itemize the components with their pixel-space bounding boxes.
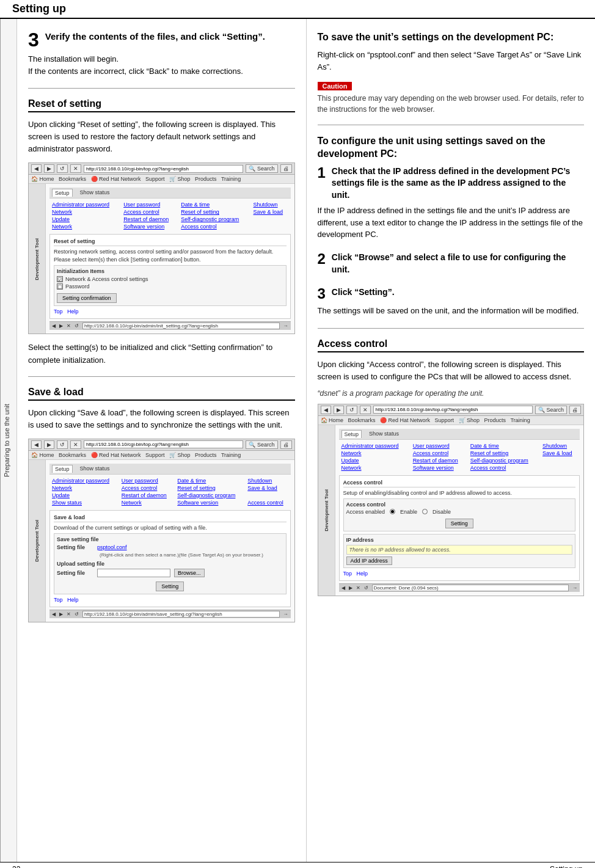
table-row: Update Restart of daemon Self-diagnostic… bbox=[49, 216, 291, 223]
save-back-btn[interactable]: ◀ bbox=[31, 440, 42, 449]
table-row: Show status Network Software version Acc… bbox=[49, 499, 291, 506]
menu-show-status[interactable]: Show status bbox=[78, 189, 112, 197]
access-browser-menu: Setup Show status bbox=[339, 429, 580, 440]
reset-status-bar: ◀▶✕↺ http://192.168.0.10/cgi-bin/admin/i… bbox=[49, 321, 291, 330]
reset-browser-screenshot: ◀ ▶ ↺ ✕ 🔍 Search 🖨 🏠 Home Bookmarks 🔴 Re… bbox=[28, 162, 295, 334]
save-setting-btn[interactable]: Setting bbox=[156, 582, 184, 591]
browser-reload-btn[interactable]: ↺ bbox=[57, 164, 68, 173]
access-reload-btn[interactable]: ↺ bbox=[346, 406, 357, 414]
help-link[interactable]: Help bbox=[67, 308, 79, 315]
access-dev-tool-label: Development Tool bbox=[324, 489, 329, 531]
step3-number: 3 bbox=[28, 30, 39, 49]
access-menu-setup[interactable]: Setup bbox=[341, 430, 362, 438]
table-row: Network Access control Reset of setting … bbox=[49, 484, 291, 492]
caution-note: This procedure may vary depending on the… bbox=[318, 93, 585, 115]
reset-content-box: Reset of setting Restoring network setti… bbox=[49, 234, 291, 319]
step3-body2-text: If the contents are incorrect, click “Ba… bbox=[28, 67, 243, 76]
access-stop-btn[interactable]: ✕ bbox=[360, 406, 371, 414]
save-setting-file-label: Setting file bbox=[57, 544, 93, 550]
browser-forward-btn[interactable]: ▶ bbox=[44, 164, 54, 173]
access-help-link[interactable]: Help bbox=[357, 571, 368, 577]
table-row: Update Restart of daemon Self-diagnostic… bbox=[339, 457, 580, 464]
reset-browser-dev-sidebar: Development Tool bbox=[29, 184, 46, 334]
config-step1-heading: Check that the IP address defined in the… bbox=[332, 166, 584, 202]
access-nav-table: Administrator password User password Dat… bbox=[339, 442, 580, 472]
save-menu-setup[interactable]: Setup bbox=[52, 465, 73, 473]
col-right: To save the unit’s settings on the devel… bbox=[307, 19, 596, 862]
step3-body1-text: The installation will begin. bbox=[28, 54, 119, 64]
checkbox-network-access[interactable]: ☑ bbox=[57, 276, 63, 282]
save-reload-btn[interactable]: ↺ bbox=[57, 440, 68, 449]
reset-browser-nav: 🏠 Home Bookmarks 🔴 Red Hat Network Suppo… bbox=[29, 175, 294, 184]
add-ip-btn[interactable]: Add IP address bbox=[346, 556, 392, 565]
save-search-btn[interactable]: 🔍 Search bbox=[246, 440, 277, 449]
reset-dev-tool-label: Development Tool bbox=[34, 238, 40, 280]
access-browser-toolbar: ◀ ▶ ↺ ✕ 🔍 Search 🖨 bbox=[318, 404, 584, 416]
page-footer: 22 Setting up bbox=[0, 862, 595, 868]
browser-back-btn[interactable]: ◀ bbox=[31, 164, 42, 173]
table-row: Update Restart of daemon Self-diagnostic… bbox=[49, 492, 291, 499]
access-menu-show-status[interactable]: Show status bbox=[367, 430, 401, 438]
access-search-btn[interactable]: 🔍 Search bbox=[535, 406, 567, 414]
access-top-link[interactable]: Top bbox=[343, 571, 352, 577]
browser-stop-btn[interactable]: ✕ bbox=[70, 164, 81, 173]
access-setting-btn[interactable]: Setting bbox=[445, 519, 473, 528]
save-to-pc-body: Right-click on “psptool.conf” and then s… bbox=[318, 49, 585, 73]
save-browser-nav: 🏠 Home Bookmarks 🔴 Red Hat Network Suppo… bbox=[29, 451, 294, 460]
save-top-link[interactable]: Top bbox=[54, 597, 63, 603]
access-back-btn[interactable]: ◀ bbox=[321, 406, 331, 414]
browse-btn[interactable]: Browse... bbox=[174, 569, 205, 577]
access-browser-main: Setup Show status Administrator password… bbox=[335, 425, 584, 596]
search-btn[interactable]: 🔍 Search bbox=[246, 164, 277, 173]
main-layout: Preparing to use the unit 3 Verify the c… bbox=[0, 19, 595, 862]
menu-setup[interactable]: Setup bbox=[52, 189, 73, 197]
config-step3-block: 3 Click “Setting”. The settings will be … bbox=[318, 286, 585, 317]
radio-disable[interactable] bbox=[422, 509, 428, 514]
save-setting-file-value[interactable]: psptool.conf bbox=[97, 544, 127, 550]
upload-file-input[interactable] bbox=[97, 569, 170, 577]
save-content-box: Save & load Download of the current sett… bbox=[49, 510, 291, 607]
setting-confirmation-btn[interactable]: Setting confirmation bbox=[57, 293, 117, 303]
top-link[interactable]: Top bbox=[54, 308, 63, 315]
save-help-link[interactable]: Help bbox=[67, 597, 79, 603]
access-content-box: Access control Setup of enabling/disabli… bbox=[339, 475, 580, 581]
save-to-pc-heading: To save the unit’s settings on the devel… bbox=[318, 31, 585, 44]
print-btn[interactable]: 🖨 bbox=[280, 164, 292, 173]
access-browser-dev-sidebar: Development Tool bbox=[318, 425, 335, 596]
step3-heading: Verify the contents of the files, and cl… bbox=[45, 30, 265, 43]
access-content-title: Access control bbox=[343, 480, 576, 487]
radio-enable[interactable] bbox=[390, 509, 395, 514]
access-forward-btn[interactable]: ▶ bbox=[334, 406, 344, 414]
save-nav-table: Administrator password User password Dat… bbox=[49, 477, 291, 506]
access-print-btn[interactable]: 🖨 bbox=[569, 406, 581, 414]
config-step3-body: The settings will be saved on the unit, … bbox=[318, 305, 585, 317]
upload-setting-file-row: Setting file Browse... bbox=[57, 569, 283, 577]
save-print-btn[interactable]: 🖨 bbox=[280, 440, 292, 449]
config-step3-number: 3 bbox=[318, 286, 326, 301]
table-row: Network Software version Access control bbox=[49, 223, 291, 230]
reset-note: Select the setting(s) to be initialized … bbox=[28, 341, 295, 366]
save-menu-show-status[interactable]: Show status bbox=[78, 465, 112, 473]
save-browser-menu: Setup Show status bbox=[49, 464, 291, 475]
col-left: 3 Verify the contents of the files, and … bbox=[17, 19, 307, 862]
step3-body1: The installation will begin. If the cont… bbox=[28, 53, 295, 77]
save-status-bar: ◀▶✕↺ http://192.168.0.10/cgi-bin/admin/s… bbox=[49, 610, 291, 618]
reset-browser-url[interactable] bbox=[84, 165, 243, 173]
checkbox-password[interactable]: ☐ bbox=[57, 283, 63, 290]
configure-heading: To configure the unit using settings sav… bbox=[318, 135, 585, 161]
access-browser-url[interactable] bbox=[373, 406, 533, 414]
save-stop-btn[interactable]: ✕ bbox=[70, 440, 81, 449]
check-password: ☐ Password bbox=[57, 283, 283, 290]
reset-content-title: Reset of setting bbox=[54, 238, 287, 246]
config-step1-body: If the IP address defined in the setting… bbox=[318, 205, 585, 241]
reset-browser-content: Development Tool Setup Show status Admin… bbox=[29, 184, 294, 334]
save-browser-url[interactable] bbox=[84, 440, 243, 448]
save-browser-main: Setup Show status Administrator password… bbox=[46, 460, 294, 622]
check-network-label: Network & Access control settings bbox=[65, 276, 148, 282]
config-step3-heading: Click “Setting”. bbox=[332, 286, 395, 299]
sidebar-label: Preparing to use the unit bbox=[0, 19, 10, 862]
caution-label: Caution bbox=[318, 82, 352, 90]
divider2 bbox=[28, 376, 295, 377]
access-browser-content: Development Tool Setup Show status Admin… bbox=[318, 425, 584, 596]
save-forward-btn[interactable]: ▶ bbox=[44, 440, 54, 449]
